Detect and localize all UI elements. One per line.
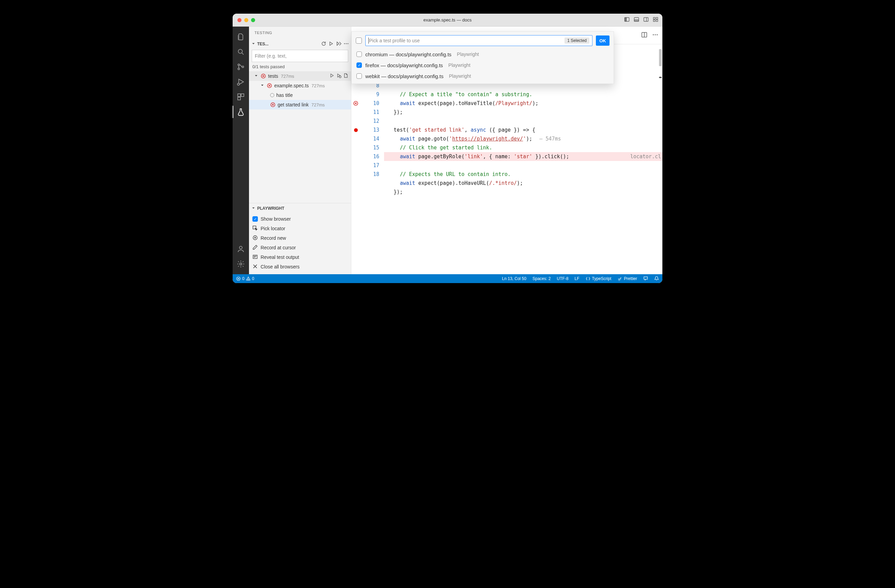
code-line[interactable] [384,197,662,205]
pw-item-label: Close all browsers [261,264,299,270]
testing-icon[interactable] [233,105,249,120]
testing-sidebar: TESTING TES... Filter (e.g. text, 0/1 te… [249,27,351,274]
show-browser-toggle[interactable]: ✓ Show browser [252,214,347,224]
run-debug-icon[interactable] [233,74,249,89]
status-fail-icon [261,73,266,79]
extensions-icon[interactable] [233,89,249,105]
pw-item-label: Record at cursor [261,245,296,250]
pw-item-label: Record new [261,235,286,241]
tree-row-test[interactable]: has title [249,90,351,100]
code-line[interactable]: test('get started link', async ({ page }… [384,126,662,134]
checkbox-icon[interactable] [356,52,362,57]
record-at-cursor-action[interactable]: Record at cursor [252,243,347,252]
quickpick-item[interactable]: webkit — docs/playwright.config.tsPlaywr… [354,71,611,82]
close-all-browsers-action[interactable]: Close all browsers [252,262,347,271]
more-actions-icon[interactable] [652,32,658,39]
checkbox-icon[interactable] [356,73,362,79]
quickpick-item[interactable]: ✓firefox — docs/playwright.config.tsPlay… [354,60,611,71]
minimize-window-icon[interactable] [244,18,248,22]
inline-error-annotation: locator.cl [630,152,661,161]
toggle-primary-sidebar-icon[interactable] [624,17,630,24]
source-control-icon[interactable] [233,59,249,74]
search-icon[interactable] [233,44,249,59]
playwright-section-header[interactable]: PLAYWRIGHT [249,203,351,214]
record-new-action[interactable]: Record new [252,233,347,243]
checkbox-checked-icon: ✓ [252,216,258,222]
svg-point-10 [238,50,243,53]
run-all-icon[interactable] [328,41,334,47]
svg-rect-17 [241,94,244,97]
svg-rect-18 [238,97,240,100]
svg-point-25 [339,76,341,78]
eol[interactable]: LF [575,276,579,281]
filter-placeholder: Filter (e.g. text, [255,53,287,59]
code-line[interactable]: await page.goto('https://playwright.dev/… [384,134,662,143]
prettier-status[interactable]: Prettier [617,276,637,281]
quickpick-item[interactable]: chromium — docs/playwright.config.tsPlay… [354,49,611,60]
zoom-window-icon[interactable] [251,18,255,22]
reveal-output-action[interactable]: Reveal test output [252,252,347,262]
toggle-panel-icon[interactable] [634,17,639,24]
layout-controls [624,17,658,24]
svg-rect-1 [625,17,626,21]
svg-point-15 [237,83,240,85]
test-section-header[interactable]: TES... [249,39,351,49]
close-icon [252,264,258,270]
code-line[interactable]: await expect(page).toHaveTitle(/Playwrig… [384,99,662,108]
status-fail-icon [267,83,272,88]
tree-row-file[interactable]: example.spec.ts 727ms [249,81,351,90]
breakpoint-icon[interactable] [351,126,360,134]
playwright-section-label: PLAYWRIGHT [257,206,284,211]
close-window-icon[interactable] [237,18,241,22]
pass-summary: 0/1 tests passed [249,64,351,71]
quickpick-list: chromium — docs/playwright.config.tsPlay… [352,49,614,82]
sidebar-title: TESTING [249,27,351,39]
more-icon[interactable] [343,41,349,47]
quickpick-item-label: webkit — docs/playwright.config.ts [365,73,443,79]
toggle-secondary-sidebar-icon[interactable] [643,17,649,24]
traffic-lights[interactable] [237,18,255,22]
test-section-label: TES... [257,42,268,46]
accounts-icon[interactable] [233,241,249,256]
code-line[interactable]: await expect(page).toHaveURL(/.*intro/); [384,179,662,188]
indentation[interactable]: Spaces: 2 [532,276,551,281]
prettier-label: Prettier [624,276,637,281]
feedback-icon[interactable] [643,276,648,282]
code-line[interactable]: // Click the get started link. [384,143,662,152]
notifications-icon[interactable] [654,276,659,282]
language-label: TypeScript [592,276,611,281]
quickpick-item-hint: Playwright [457,52,479,57]
tree-row-test[interactable]: get started link 727ms [249,100,351,109]
select-all-checkbox[interactable] [356,38,362,44]
status-problems[interactable]: 0 0 [236,276,254,281]
cursor-position[interactable]: Ln 13, Col 50 [502,276,526,281]
chevron-down-icon[interactable] [254,73,259,79]
ok-button[interactable]: OK [596,35,610,46]
code-line[interactable]: // Expects the URL to contain intro. [384,170,662,179]
code-line[interactable] [384,117,662,126]
explorer-icon[interactable] [233,29,249,44]
debug-icon[interactable] [336,73,341,79]
pick-locator-action[interactable]: Pick locator [252,224,347,233]
language-mode[interactable]: TypeScript [586,276,611,281]
run-icon[interactable] [329,73,335,79]
split-editor-icon[interactable] [641,32,648,39]
chevron-down-icon[interactable] [260,83,265,89]
code-line[interactable]: }); [384,188,662,197]
refresh-icon[interactable] [321,41,326,47]
quickpick-input[interactable]: Pick a test profile to use 1 Selected [365,35,592,46]
encoding[interactable]: UTF-8 [557,276,569,281]
code-line[interactable] [384,161,662,170]
customize-layout-icon[interactable] [653,17,658,24]
quickpick-item-label: chromium — docs/playwright.config.ts [365,52,452,57]
tree-row-folder[interactable]: tests 727ms [249,71,351,81]
code-line[interactable]: // Expect a title "to contain" a substri… [384,90,662,99]
run-all-dropdown-icon[interactable] [336,41,341,47]
goto-file-icon[interactable] [343,73,348,79]
checkbox-checked-icon[interactable]: ✓ [356,62,362,68]
settings-gear-icon[interactable] [233,256,249,271]
code-line[interactable]: await page.getByRole('link', { name: 'st… [384,152,662,161]
test-fail-glyph-icon[interactable] [351,99,360,108]
code-line[interactable]: }); [384,108,662,117]
filter-input[interactable]: Filter (e.g. text, [252,50,348,62]
